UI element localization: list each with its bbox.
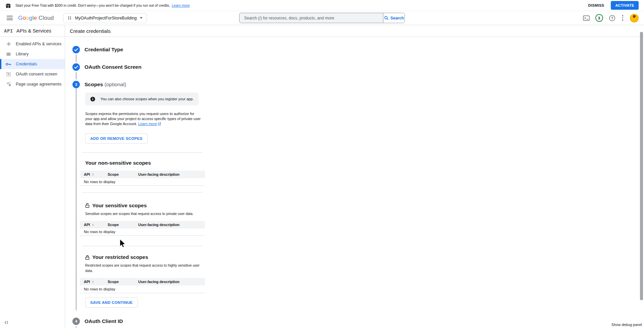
sensitive-scopes-table: API↑ Scope User-facing description No ro…	[80, 221, 205, 236]
google-logo-text: Google	[18, 15, 37, 21]
step-credential-type: Credential Type	[72, 46, 644, 53]
search-bar: Search	[239, 13, 405, 23]
help-icon[interactable]: ?	[609, 15, 615, 21]
step-number-badge: 4	[72, 318, 80, 325]
avatar[interactable]	[630, 14, 639, 22]
restricted-scopes-table: API↑ Scope User-facing description No ro…	[80, 278, 205, 293]
sidebar-item-library[interactable]: Library	[0, 49, 65, 59]
more-options-icon[interactable]	[621, 15, 625, 21]
step-connector	[76, 55, 76, 62]
sidebar-nav: Enabled APIs & services Library Credenti…	[0, 37, 65, 89]
cloud-logo-text: Cloud	[39, 15, 54, 21]
banner-learn-more-link[interactable]: Learn more	[172, 3, 190, 7]
step-title: Scopes (optional)	[85, 81, 126, 88]
optional-label: (optional)	[104, 81, 126, 87]
step-number-badge: 3	[72, 81, 80, 88]
external-link-icon	[158, 122, 161, 127]
column-header-api[interactable]: API↑	[80, 221, 108, 228]
search-input[interactable]	[239, 13, 383, 23]
column-header-api[interactable]: API↑	[80, 171, 108, 178]
step-complete-check-icon	[72, 46, 80, 53]
section-divider	[82, 152, 203, 153]
main-content: Create credentials Credential Type OAuth…	[65, 25, 644, 328]
dismiss-button[interactable]: DISMISS	[587, 1, 605, 9]
column-header-scope[interactable]: Scope	[108, 171, 138, 178]
section-divider	[82, 246, 203, 246]
non-sensitive-scopes-heading: Your non-sensitive scopes	[85, 160, 644, 166]
cloud-shell-icon[interactable]	[583, 15, 590, 21]
step-connector	[76, 72, 76, 79]
empty-table-row: No rows to display	[80, 285, 205, 293]
sort-ascending-icon: ↑	[92, 280, 94, 284]
project-icon	[67, 16, 72, 20]
step-scopes: 3 Scopes (optional)	[72, 81, 644, 88]
info-icon	[90, 97, 95, 102]
column-header-api[interactable]: API↑	[80, 278, 108, 285]
empty-table-row: No rows to display	[80, 178, 205, 185]
empty-table-row: No rows to display	[80, 228, 205, 236]
sidebar-item-label: Credentials	[16, 62, 37, 66]
scopes-step-body: You can also choose scopes when you regi…	[76, 88, 644, 310]
activate-button[interactable]: ACTIVATE	[611, 1, 639, 10]
sidebar: API APIs & Services Enabled APIs & servi…	[0, 25, 65, 328]
scopes-description: Scopes express the permissions you reque…	[85, 111, 201, 127]
free-trial-banner: Start your Free Trial with $300 in credi…	[0, 0, 644, 11]
notification-badge[interactable]: 3	[595, 14, 603, 22]
non-sensitive-scopes-table: API↑ Scope User-facing description No ro…	[80, 171, 205, 186]
sidebar-item-page-usage-agreements[interactable]: Page usage agreements	[0, 79, 65, 89]
column-header-description[interactable]: User-facing description	[138, 278, 205, 285]
gift-icon	[5, 3, 11, 8]
api-logo: API	[4, 28, 13, 34]
info-text: You can also choose scopes when you regi…	[101, 97, 194, 101]
step-oauth-client-id: 4 OAuth Client ID	[72, 318, 644, 325]
nav-right-icons: 3 ?	[583, 14, 639, 22]
add-or-remove-scopes-button[interactable]: ADD OR REMOVE SCOPES	[85, 133, 148, 144]
sidebar-header: API APIs & Services	[0, 25, 65, 37]
column-header-scope[interactable]: Scope	[108, 278, 138, 285]
step-title: Credential Type	[85, 47, 123, 53]
sidebar-item-label: Library	[16, 52, 29, 56]
column-header-description[interactable]: User-facing description	[138, 221, 205, 228]
lock-open-icon	[85, 203, 90, 208]
library-icon	[6, 52, 11, 56]
save-and-continue-button[interactable]: SAVE AND CONTINUE	[85, 297, 138, 308]
search-button[interactable]: Search	[383, 13, 405, 23]
show-debug-panel-link[interactable]: Show debug panel	[611, 323, 642, 327]
column-header-description[interactable]: User-facing description	[138, 171, 205, 178]
restricted-scopes-subtitle: Restricted scopes are scopes that reques…	[85, 263, 205, 273]
sidebar-item-label: Enabled APIs & services	[16, 42, 61, 46]
step-connector	[76, 326, 76, 328]
menu-icon[interactable]	[7, 15, 13, 21]
banner-actions: DISMISS ACTIVATE	[587, 1, 639, 10]
chevron-down-icon	[140, 17, 143, 19]
collapse-sidebar-icon[interactable]	[4, 321, 8, 324]
vertical-scrollbar[interactable]	[640, 32, 643, 300]
learn-more-link[interactable]: Learn more	[138, 122, 161, 126]
sort-ascending-icon: ↑	[92, 172, 94, 176]
sidebar-item-label: Page usage agreements	[16, 82, 61, 87]
sidebar-item-label: OAuth consent screen	[16, 72, 57, 76]
agreements-icon	[6, 82, 11, 87]
project-name: MyOAuthProjectForStoreBuilding	[75, 16, 137, 20]
step-oauth-consent-screen: OAuth Consent Screen	[72, 63, 644, 71]
google-cloud-logo[interactable]: Google Cloud	[18, 15, 54, 21]
product-name: APIs & Services	[16, 28, 51, 34]
step-title: OAuth Client ID	[85, 318, 123, 324]
step-complete-check-icon	[72, 63, 80, 71]
project-picker[interactable]: MyOAuthProjectForStoreBuilding	[63, 13, 147, 23]
sidebar-item-oauth-consent[interactable]: OAuth consent screen	[0, 69, 65, 79]
restricted-scopes-heading: Your restricted scopes	[85, 254, 644, 260]
sidebar-item-enabled-apis[interactable]: Enabled APIs & services	[0, 39, 65, 49]
scopes-info-banner: You can also choose scopes when you regi…	[85, 93, 199, 105]
step-title: OAuth Consent Screen	[85, 64, 142, 70]
section-divider	[82, 192, 203, 193]
hub-icon	[6, 42, 11, 46]
consent-screen-icon	[6, 72, 11, 76]
column-header-scope[interactable]: Scope	[108, 221, 138, 228]
sensitive-scopes-heading: Your sensitive scopes	[85, 203, 644, 209]
sidebar-item-credentials[interactable]: Credentials	[0, 59, 65, 69]
banner-text: Start your Free Trial with $300 in credi…	[15, 3, 170, 7]
svg-text:?: ?	[611, 16, 613, 20]
search-icon	[384, 16, 388, 20]
credential-stepper: Credential Type OAuth Consent Screen 3 S…	[65, 37, 644, 328]
